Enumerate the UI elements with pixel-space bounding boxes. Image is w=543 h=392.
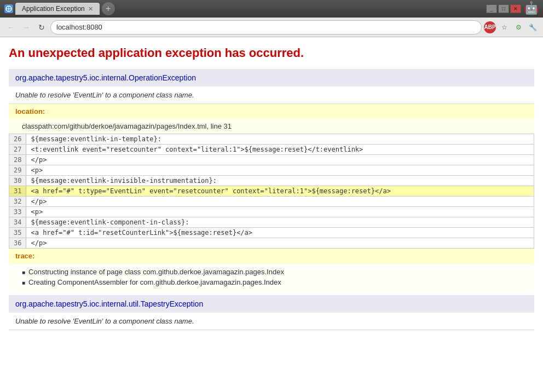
trace-text: Creating ComponentAssembler for com.gith… [28, 278, 281, 286]
page-content: An unexpected application exception has … [0, 37, 543, 392]
android-logo-icon: 🤖 [524, 1, 539, 15]
forward-button[interactable]: → [20, 21, 33, 34]
table-row: 30 ${message:eventlink-invisible-instrum… [9, 176, 534, 186]
adblock-icon: ABP [484, 21, 496, 33]
line-number: 35 [9, 228, 26, 238]
trace-header: trace: [9, 249, 534, 263]
code-cell: ${message:eventlink-invisible-instrument… [26, 176, 534, 186]
bookmark-icon[interactable]: ☆ [498, 21, 510, 33]
nav-bar: ← → ↻ localhost:8080 ABP ☆ ⚙ 🔧 [0, 18, 543, 37]
main-error-heading: An unexpected application exception has … [9, 46, 534, 60]
code-cell: </p> [26, 155, 534, 165]
exception-class-block: org.apache.tapestry5.ioc.internal.Operat… [9, 69, 534, 87]
reload-button[interactable]: ↻ [35, 21, 48, 34]
address-text: localhost:8080 [56, 23, 102, 31]
code-cell: </p> [26, 197, 534, 207]
table-row: 36 </p> [9, 238, 534, 249]
back-button[interactable]: ← [4, 21, 18, 34]
code-cell: ${message:eventlink-in-template}: [26, 134, 534, 145]
code-cell: ${message:eventlink-component-in-class}: [26, 217, 534, 228]
table-row: 32 </p> [9, 197, 534, 207]
location-path: classpath:com/github/derkoe/javamagazin/… [9, 119, 534, 134]
list-item: ■Constructing instance of page class com… [22, 267, 521, 277]
maximize-button[interactable]: □ [498, 4, 509, 13]
line-number: 32 [9, 197, 26, 207]
table-row: 26 ${message:eventlink-in-template}: [9, 134, 534, 145]
list-item: ■Creating ComponentAssembler for com.git… [22, 277, 521, 287]
code-cell: <p> [26, 207, 534, 217]
line-number: 36 [9, 238, 26, 249]
trace-text: Constructing instance of page class com.… [28, 268, 284, 276]
line-number: 34 [9, 217, 26, 228]
minimize-button[interactable]: _ [486, 4, 497, 13]
close-button[interactable]: ✕ [510, 4, 521, 13]
line-number: 27 [9, 145, 26, 155]
line-number: 26 [9, 134, 26, 145]
exception-message: Unable to resolve 'EventLin' to a compon… [9, 87, 534, 104]
browser-icon [4, 4, 13, 13]
address-bar[interactable]: localhost:8080 [50, 20, 482, 34]
window-controls: _ □ ✕ [486, 4, 521, 13]
bullet-icon: ■ [22, 269, 25, 275]
title-bar: 🤖 Application Exception ✕ + _ □ ✕ [0, 0, 543, 18]
code-cell: <a href="#" t:id="resetCounterLink">${me… [26, 228, 534, 238]
table-row: 33 <p> [9, 207, 534, 217]
second-exception: org.apache.tapestry5.ioc.internal.util.T… [9, 295, 534, 330]
code-cell: <a href="#" t:type="EventLin" event="res… [26, 186, 534, 197]
second-exception-class-link[interactable]: org.apache.tapestry5.ioc.internal.util.T… [15, 299, 203, 308]
code-cell: <t:eventlink event="resetcounter" contex… [26, 145, 534, 155]
trace-section: trace: ■Constructing instance of page cl… [9, 249, 534, 291]
line-number: 29 [9, 165, 26, 176]
line-number: 28 [9, 155, 26, 165]
location-header: location: [9, 104, 534, 119]
nav-icons: ABP ☆ ⚙ 🔧 [484, 21, 539, 33]
table-row: 28 </p> [9, 155, 534, 165]
tab-close-button[interactable]: ✕ [88, 5, 93, 13]
line-number: 33 [9, 207, 26, 217]
code-cell: <p> [26, 165, 534, 176]
menu-icon[interactable]: 🔧 [527, 21, 539, 33]
extensions-icon[interactable]: ⚙ [512, 21, 524, 33]
tab-title: Application Exception [22, 5, 85, 13]
table-row: 35 <a href="#" t:id="resetCounterLink">$… [9, 228, 534, 238]
browser-window: 🤖 Application Exception ✕ + _ □ ✕ ← → ↻ … [0, 0, 543, 392]
table-row: 27 <t:eventlink event="resetcounter" con… [9, 145, 534, 155]
second-exception-class-block: org.apache.tapestry5.ioc.internal.util.T… [9, 295, 534, 313]
code-table: 26 ${message:eventlink-in-template}:27 <… [9, 134, 534, 249]
code-cell: </p> [26, 238, 534, 249]
second-exception-message: Unable to resolve 'EventLin' to a compon… [9, 313, 534, 330]
line-number: 30 [9, 176, 26, 186]
trace-items: ■Constructing instance of page class com… [9, 263, 534, 291]
line-number: 31 [9, 186, 26, 197]
exception-class-link[interactable]: org.apache.tapestry5.ioc.internal.Operat… [15, 73, 196, 82]
active-tab[interactable]: Application Exception ✕ [15, 3, 100, 15]
table-row: 34 ${message:eventlink-component-in-clas… [9, 217, 534, 228]
new-tab-button[interactable]: + [102, 2, 115, 15]
table-row: 29 <p> [9, 165, 534, 176]
bullet-icon: ■ [22, 280, 25, 286]
table-row: 31 <a href="#" t:type="EventLin" event="… [9, 186, 534, 197]
